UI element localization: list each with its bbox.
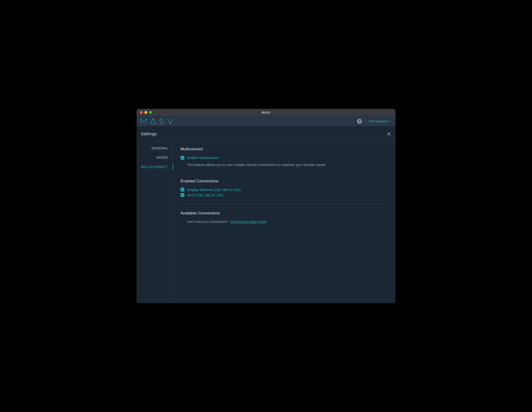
chevron-down-icon xyxy=(390,120,392,122)
sidebar-item-multiconnect[interactable]: MULTICONNECT xyxy=(136,162,173,172)
enable-multiconnect-label: Enable Multiconnect xyxy=(187,156,219,160)
enable-multiconnect-toggle[interactable]: Enable Multiconnect xyxy=(180,156,388,160)
checkbox-checked-icon xyxy=(180,156,184,160)
checkbox-checked-icon xyxy=(180,188,184,191)
sidebar-item-general[interactable]: GENERAL xyxy=(136,143,173,153)
sidebar-item-label: SPEED xyxy=(156,156,168,159)
subheader: Settings xyxy=(136,127,396,141)
sidebar-item-speed[interactable]: SPEED xyxy=(136,153,173,162)
multiconnect-description: This feature allows you to use multiple … xyxy=(187,162,388,168)
connection-label: Display Ethernet (192.168.10.162) xyxy=(187,188,240,192)
window-close-button[interactable] xyxy=(140,111,142,114)
connection-label: Wi-Fi (192.168.10.155) xyxy=(187,193,223,197)
signin-label: Not signed in xyxy=(369,119,388,123)
settings-body: GENERAL SPEED MULTICONNECT Multiconnect … xyxy=(136,141,396,303)
masv-logo-icon xyxy=(140,118,178,124)
sidebar-item-label: GENERAL xyxy=(152,146,168,150)
checkbox-checked-icon xyxy=(180,193,184,197)
topbar: ? Not signed in xyxy=(136,116,396,127)
content-pane: Multiconnect Enable Multiconnect This fe… xyxy=(173,141,396,303)
signin-dropdown[interactable]: Not signed in xyxy=(369,119,392,123)
app-window: MASV ? Not signed in S xyxy=(136,109,396,303)
available-connections-prompt: Don't see your connection? Click here to… xyxy=(187,220,388,224)
window-title: MASV xyxy=(262,111,270,114)
prompt-text: Don't see your connection? xyxy=(187,220,228,224)
page-title: Settings xyxy=(141,131,157,136)
sidebar-item-label: MULTICONNECT xyxy=(141,165,168,169)
section-heading-multiconnect: Multiconnect xyxy=(180,147,388,151)
section-heading-enabled-connections: Enabled Connections xyxy=(180,179,388,184)
section-heading-available-connections: Available Connections xyxy=(180,211,388,215)
close-icon[interactable] xyxy=(387,131,391,136)
topbar-right: ? Not signed in xyxy=(357,119,392,124)
sidebar: GENERAL SPEED MULTICONNECT xyxy=(136,141,173,303)
traffic-lights xyxy=(140,111,152,114)
connection-toggle[interactable]: Wi-Fi (192.168.10.155) xyxy=(180,193,388,197)
connection-toggle[interactable]: Display Ethernet (192.168.10.162) xyxy=(180,188,388,192)
titlebar: MASV xyxy=(136,109,396,116)
divider xyxy=(365,119,366,124)
learn-more-link[interactable]: Click here to learn more xyxy=(230,220,266,224)
window-maximize-button[interactable] xyxy=(149,111,152,114)
divider xyxy=(180,204,388,204)
app-logo xyxy=(140,118,178,124)
window-minimize-button[interactable] xyxy=(144,111,147,114)
help-icon[interactable]: ? xyxy=(357,119,362,124)
